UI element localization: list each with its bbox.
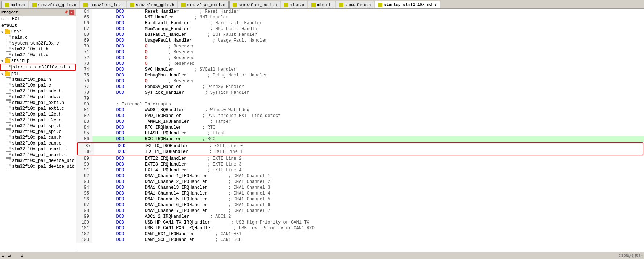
close-button[interactable]: ✕ — [69, 10, 74, 15]
file-icon — [6, 124, 11, 129]
sidebar-item[interactable]: ct: EXTI — [0, 16, 76, 22]
dcd-keyword: DCD — [95, 125, 124, 130]
line-comment: ; Reset Handler — [179, 9, 239, 14]
line-number: 84 — [76, 125, 92, 130]
code-line: 67 DCD MemManage_Handler ; MPU Fault Han… — [76, 26, 644, 32]
line-comment: ; Reserved — [148, 50, 195, 55]
sidebar-item[interactable]: stm32f10x_pal.c — [0, 83, 76, 88]
sidebar-item[interactable]: stm32f10x_pal_exti.c — [0, 106, 76, 112]
file-label: stm32f10x_pal_spi.c — [12, 129, 62, 134]
line-number: 66 — [76, 20, 92, 26]
tab-stm32f10x_gpio-h[interactable]: stm32f10x_gpio.h — [127, 1, 178, 8]
code-line: 88 DCD EXTI1_IRQHandler ; EXTI Line 1 — [78, 149, 643, 155]
tab-stm32f10x-h[interactable]: stm32f10x.h — [336, 1, 374, 8]
folder-icon — [5, 72, 10, 76]
code-line: 76 DCD 0 ; Reserved — [76, 78, 644, 84]
line-content: DCD DMA1_Channel3_IRQHandler ; DMA1 Chan… — [92, 185, 644, 191]
sidebar-item[interactable]: stm32f10x_pal_i2c.h — [0, 112, 76, 117]
sidebar-item[interactable]: stm32f10x_pal.h — [0, 77, 76, 83]
sidebar-item[interactable]: stm32f10x_pal_can.c — [0, 141, 76, 146]
tab-stm32f10x_exti-c[interactable]: stm32f10x_exti.c — [178, 1, 229, 8]
sidebar-item[interactable]: stm32f10x_it.h — [0, 46, 76, 52]
file-label: main.c — [12, 35, 28, 40]
line-content: DCD UsageFault_Handler ; Usage Fault Han… — [92, 38, 644, 43]
handler-name: 0 — [124, 55, 148, 60]
line-number: 98 — [76, 208, 92, 214]
line-content: DCD EXTI4_IRQHandler ; EXTI Line 4 — [92, 167, 644, 173]
handler-name: FLASH_IRQHandler — [124, 131, 187, 136]
sidebar-item[interactable]: stm32f10x_pal_adc.h — [0, 88, 76, 94]
sidebar-item[interactable]: stm32f10x_pal_exti.h — [0, 100, 76, 106]
tab-icon — [130, 3, 134, 7]
tab-misc-c[interactable]: misc.c — [281, 1, 308, 8]
sidebar-item[interactable]: main.c — [0, 35, 76, 41]
line-comment: ; USB High Priority or CAN1 TX — [210, 220, 309, 225]
line-comment: ; EXTI Line 4 — [187, 168, 241, 173]
sidebar-item[interactable]: stm32f10x_it.c — [0, 52, 76, 58]
pin-button[interactable]: 📌 — [63, 10, 68, 15]
line-comment: ; DMA1 Channel 6 — [208, 202, 270, 208]
tab-stm32f10x_it-h[interactable]: stm32f10x_it.h — [80, 1, 126, 8]
line-content: DCD 0 ; Reserved — [92, 61, 644, 67]
sidebar-item[interactable]: system_stm32f10x.c — [0, 41, 76, 46]
tab-icon — [181, 3, 186, 7]
file-icon — [7, 65, 12, 70]
sidebar-item[interactable]: stm32f10x_pal_usart.c — [0, 152, 76, 158]
line-number: 81 — [76, 107, 92, 113]
line-content: DCD RCC_IRQHandler ; RCC — [92, 136, 644, 142]
line-comment: ; SysTick Handler — [184, 90, 249, 95]
sidebar-item[interactable]: stm32f10x_pal_device_uid — [0, 158, 76, 164]
tab-startup_stm32f10x_md-s[interactable]: startup_stm32f10x_md.s — [375, 1, 440, 8]
code-line: 103 DCD CAN1_SCE_IRQHandler ; CAN1 SCE — [76, 237, 644, 243]
sidebar-item[interactable]: stm32f10x_pal_spi.h — [0, 123, 76, 129]
file-icon — [6, 41, 11, 46]
line-content: DCD Reset_Handler ; Reset Handler — [92, 9, 644, 14]
tab-icon — [32, 3, 37, 7]
sidebar-item[interactable]: efault — [0, 22, 76, 29]
sidebar-item[interactable]: stm32f10x_pal_usart.h — [0, 146, 76, 152]
line-content: DCD HardFault_Handler ; Hard Fault Handl… — [92, 20, 644, 26]
folder-label: startup — [11, 58, 29, 63]
sidebar-item[interactable]: ▼pal — [0, 71, 76, 77]
tab-label: stm32f10x_it.h — [89, 3, 122, 7]
file-icon — [6, 135, 11, 140]
line-content: DCD DMA1_Channel7_IRQHandler ; DMA1 Chan… — [92, 208, 644, 214]
dcd-keyword: DCD — [95, 84, 124, 89]
handler-name: SVC_Handler — [124, 67, 174, 72]
handler-name: DebugMon_Handler — [124, 73, 187, 78]
sidebar-scroll[interactable]: ct: EXTIefault▼usermain.csystem_stm32f10… — [0, 16, 76, 252]
line-comment: ; RCC — [182, 137, 216, 142]
sidebar-item[interactable]: startup_stm32f10x_md.s — [0, 64, 76, 71]
code-editor: 64 DCD Reset_Handler ; Reset Handler65 D… — [76, 9, 644, 252]
dcd-keyword: DCD — [95, 202, 124, 208]
tab-misc-h[interactable]: misc.h — [308, 1, 335, 8]
code-line: 83 DCD TAMPER_IRQHandler ; Tamper — [76, 119, 644, 125]
file-label: stm32f10x_pal_usart.c — [12, 153, 67, 158]
tab-main-c[interactable]: main.c — [1, 1, 28, 8]
tab-stm32f10x_exti-h[interactable]: stm32f10x_exti.h — [229, 1, 280, 8]
sidebar-item[interactable]: stm32f10x_pal_i2c.c — [0, 117, 76, 123]
dcd-keyword: DCD — [95, 237, 124, 242]
line-comment: ; SVCall Handler — [174, 67, 236, 72]
dcd-keyword: DCD — [95, 108, 124, 113]
code-line: 94 DCD DMA1_Channel3_IRQHandler ; DMA1 C… — [76, 185, 644, 191]
sidebar-item[interactable]: stm32f10x_pal_device_uid — [0, 164, 76, 170]
file-label: stm32f10x_pal_i2c.h — [12, 112, 62, 117]
sidebar-item[interactable]: stm32f10x_pal_adc.c — [0, 94, 76, 100]
sidebar-item[interactable]: stm32f10x_pal_can.h — [0, 135, 76, 141]
sidebar-item[interactable]: stm32f10x_pal_spi.c — [0, 129, 76, 135]
code-line: 91 DCD EXTI4_IRQHandler ; EXTI Line 4 — [76, 167, 644, 173]
sidebar-item[interactable]: ▼user — [0, 29, 76, 35]
folder-label: user — [11, 29, 22, 34]
code-line: 86 DCD RCC_IRQHandler ; RCC — [76, 136, 644, 142]
code-content[interactable]: 64 DCD Reset_Handler ; Reset Handler65 D… — [76, 9, 644, 252]
dcd-keyword: DCD — [95, 15, 124, 20]
code-line: 77 DCD PendSV_Handler ; PendSV Handler — [76, 84, 644, 90]
dcd-keyword: DCD — [95, 156, 124, 161]
file-icon — [6, 89, 11, 94]
line-comment: ; PendSV Handler — [182, 84, 244, 89]
line-number: 101 — [76, 225, 92, 231]
tab-stm32f10x_gpio-c[interactable]: stm32f10x_gpio.c — [29, 1, 80, 8]
sidebar-item[interactable]: ▼startup — [0, 58, 76, 64]
handler-name: PVD_IRQHandler — [124, 113, 181, 118]
